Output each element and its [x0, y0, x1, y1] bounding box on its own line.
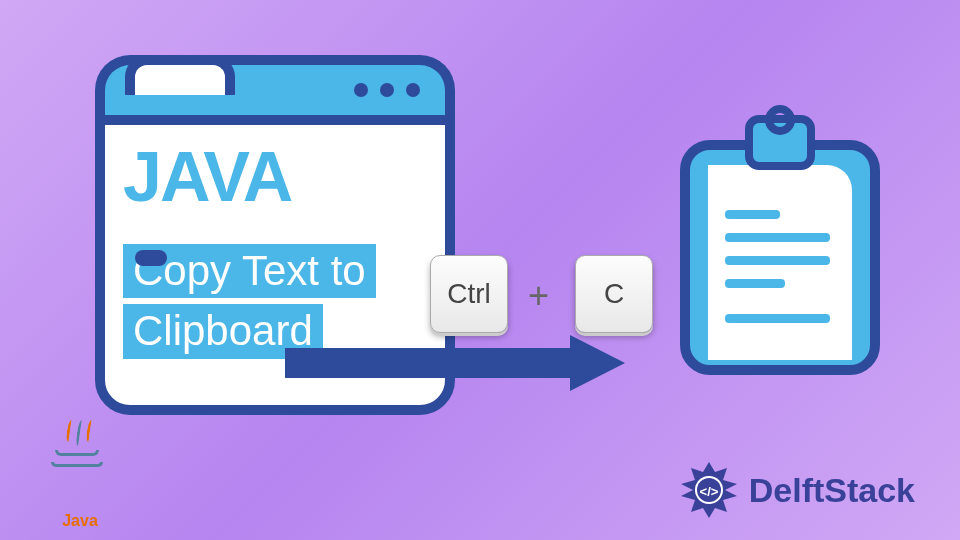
decorative-dot-icon — [135, 250, 167, 266]
arrow-icon — [285, 335, 625, 390]
clipboard-icon — [680, 115, 880, 375]
svg-text:</>: </> — [699, 484, 718, 499]
delftstack-icon: </> — [679, 460, 739, 520]
plus-symbol: + — [528, 275, 549, 317]
c-key-icon: C — [575, 255, 653, 333]
java-logo-label: Java — [40, 512, 120, 530]
java-logo-icon: Java — [40, 442, 120, 530]
delftstack-label: DelftStack — [749, 471, 915, 510]
java-heading: JAVA — [123, 142, 427, 212]
window-controls-icon — [354, 83, 420, 97]
ctrl-key-icon: Ctrl — [430, 255, 508, 333]
delftstack-logo: </> DelftStack — [679, 460, 915, 520]
browser-tab — [125, 55, 235, 95]
browser-titlebar — [95, 55, 455, 115]
